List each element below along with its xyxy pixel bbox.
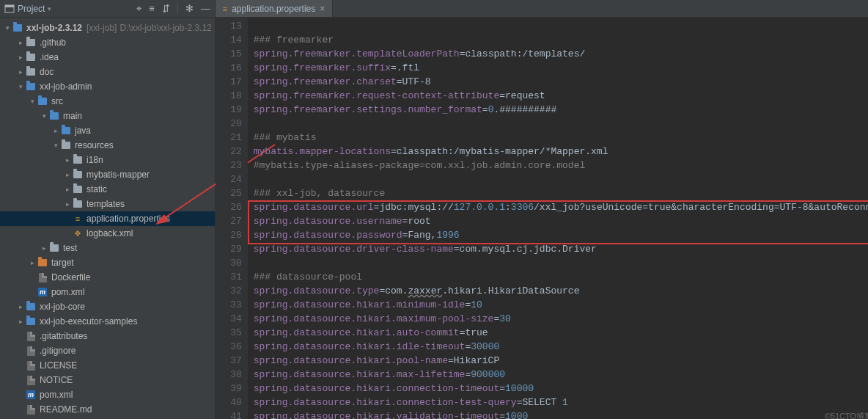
line-number: 21: [216, 131, 242, 145]
tab-application-properties[interactable]: ≡ application.properties ×: [216, 0, 334, 17]
chevron-right-icon[interactable]: ▸: [40, 244, 48, 252]
hide-icon[interactable]: —: [201, 3, 210, 14]
code-line[interactable]: spring.datasource.hikari.minimum-idle=10: [254, 298, 868, 312]
code-line[interactable]: #mybatis.type-aliases-package=com.xxl.jo…: [254, 159, 868, 172]
expand-all-icon[interactable]: ≡: [149, 3, 155, 14]
tree-item[interactable]: mpom.xml: [0, 387, 215, 402]
code-line[interactable]: mybatis.mapper-locations=classpath:/myba…: [254, 145, 868, 159]
tree-item[interactable]: ▸xxl-job-core: [0, 299, 215, 314]
tree-item[interactable]: .gitattributes: [0, 329, 215, 343]
project-header: Project ▾ ⌖ ≡ ⇵ ✻ —: [0, 0, 215, 18]
code-line[interactable]: spring.datasource.hikari.pool-name=Hikar…: [254, 354, 868, 368]
line-number: 18: [216, 89, 242, 103]
chevron-down-icon[interactable]: ▾: [51, 142, 60, 149]
editor-body[interactable]: 1314151617181920212223242526272829303132…: [216, 18, 868, 419]
tree-item[interactable]: ▾xxl-job-admin: [0, 79, 215, 94]
code-line[interactable]: spring.freemarker.request-context-attrib…: [254, 89, 868, 103]
code-line[interactable]: spring.datasource.hikari.maximum-pool-si…: [254, 312, 868, 326]
tree-item[interactable]: README.md: [0, 402, 215, 417]
code-line[interactable]: [254, 117, 868, 131]
tree-item[interactable]: Dockerfile: [0, 270, 215, 285]
tree-item[interactable]: ▸doc: [0, 65, 215, 79]
chevron-right-icon[interactable]: ▸: [16, 303, 25, 310]
code-line[interactable]: [254, 256, 868, 270]
select-opened-file-icon[interactable]: ⌖: [136, 3, 141, 15]
project-tree[interactable]: ▾ xxl-job-2.3.12 [xxl-job] D:\xxl-job\xx…: [0, 18, 215, 419]
code-line[interactable]: spring.datasource.hikari.idle-timeout=30…: [254, 340, 868, 354]
code-line[interactable]: spring.freemarker.charset=UTF-8: [254, 75, 868, 89]
folder-icon: [37, 259, 48, 266]
chevron-right-icon[interactable]: ▸: [16, 318, 25, 325]
tree-root[interactable]: ▾ xxl-job-2.3.12 [xxl-job] D:\xxl-job\xx…: [0, 21, 215, 35]
file-icon: [37, 273, 48, 283]
tree-item[interactable]: ❖logback.xml: [0, 226, 215, 241]
code-line[interactable]: [254, 172, 868, 186]
code-line[interactable]: spring.freemarker.suffix=.ftl: [254, 61, 868, 75]
code-line[interactable]: spring.datasource.hikari.connection-test…: [254, 396, 868, 409]
project-dropdown-icon[interactable]: ▾: [48, 5, 51, 12]
tree-item[interactable]: LICENSE: [0, 358, 215, 373]
code-line[interactable]: [254, 19, 868, 33]
tree-item[interactable]: ▾src: [0, 94, 215, 109]
editor-area: ≡ application.properties × 1314151617181…: [216, 0, 868, 419]
tree-item[interactable]: mpom.xml: [0, 285, 215, 299]
chevron-down-icon[interactable]: ▾: [40, 112, 48, 120]
chevron-right-icon[interactable]: ▸: [28, 259, 37, 266]
main-split: Project ▾ ⌖ ≡ ⇵ ✻ — ▾ xxl-job-2.3.12 [xx…: [0, 0, 868, 419]
tree-item[interactable]: ▸java: [0, 123, 215, 138]
editor-tabs: ≡ application.properties ×: [216, 0, 868, 18]
tree-item[interactable]: ▸xxl-job-executor-samples: [0, 314, 215, 329]
folder-icon: [25, 318, 37, 325]
chevron-right-icon[interactable]: ▸: [63, 171, 72, 178]
tree-item[interactable]: ≡application.properties: [0, 211, 215, 226]
tree-item[interactable]: ▸test: [0, 241, 215, 255]
code-line[interactable]: spring.datasource.hikari.connection-time…: [254, 382, 868, 396]
tree-item[interactable]: .gitignore: [0, 343, 215, 358]
folder-icon: [72, 171, 84, 178]
code-line[interactable]: spring.datasource.driver-class-name=com.…: [254, 242, 868, 256]
chevron-right-icon[interactable]: ▸: [16, 54, 25, 61]
close-tab-icon[interactable]: ×: [320, 4, 325, 14]
code-line[interactable]: spring.datasource.username=root: [254, 214, 868, 228]
code-line[interactable]: spring.datasource.password=Fang,1996: [254, 228, 868, 242]
chevron-right-icon[interactable]: ▸: [63, 186, 72, 193]
code-line[interactable]: ### xxl-job, datasource: [254, 186, 868, 200]
collapse-all-icon[interactable]: ⇵: [162, 3, 170, 14]
tree-item-label: .github: [40, 37, 66, 48]
code-line[interactable]: spring.freemarker.settings.number_format…: [254, 103, 868, 117]
code-line[interactable]: ### mybatis: [254, 131, 868, 145]
code-line[interactable]: ### datasource-pool: [254, 270, 868, 284]
tree-item[interactable]: ▸mybatis-mapper: [0, 167, 215, 182]
code-content[interactable]: ### freemarkerspring.freemarker.template…: [248, 18, 868, 419]
tree-item[interactable]: ▸templates: [0, 197, 215, 211]
chevron-right-icon[interactable]: ▸: [16, 39, 25, 46]
code-line[interactable]: spring.datasource.hikari.max-lifetime=90…: [254, 368, 868, 382]
code-line[interactable]: spring.datasource.hikari.validation-time…: [254, 409, 868, 419]
code-line[interactable]: spring.datasource.url=jdbc:mysql://127.0…: [254, 200, 868, 214]
code-line[interactable]: spring.freemarker.templateLoaderPath=cla…: [254, 47, 868, 61]
tree-item[interactable]: ▸target: [0, 255, 215, 270]
chevron-right-icon[interactable]: ▸: [51, 127, 60, 134]
code-line[interactable]: spring.datasource.type=com.zaxxer.hikari…: [254, 284, 868, 298]
chevron-down-icon[interactable]: ▾: [28, 98, 37, 105]
tree-item[interactable]: ▸static: [0, 182, 215, 197]
chevron-right-icon[interactable]: ▸: [63, 200, 72, 208]
tree-item[interactable]: ▾main: [0, 109, 215, 123]
code-line[interactable]: ### freemarker: [254, 33, 868, 47]
tree-item[interactable]: NOTICE: [0, 373, 215, 387]
chevron-down-icon[interactable]: ▾: [3, 24, 12, 32]
tree-item[interactable]: ▾resources: [0, 138, 215, 153]
tree-item[interactable]: ▸.idea: [0, 50, 215, 65]
line-number: 17: [216, 75, 242, 89]
tree-item-label: main: [63, 111, 82, 121]
tree-item-label: Dockerfile: [51, 272, 90, 283]
settings-icon[interactable]: ✻: [185, 3, 194, 14]
code-line[interactable]: spring.datasource.hikari.auto-commit=tru…: [254, 326, 868, 340]
tree-item[interactable]: ▸.github: [0, 35, 215, 50]
line-number: 37: [216, 354, 242, 368]
chevron-right-icon[interactable]: ▸: [16, 68, 25, 76]
tree-item[interactable]: ▸i18n: [0, 153, 215, 167]
tree-item-label: NOTICE: [40, 375, 73, 385]
chevron-right-icon[interactable]: ▸: [63, 156, 72, 164]
chevron-down-icon[interactable]: ▾: [16, 83, 25, 90]
